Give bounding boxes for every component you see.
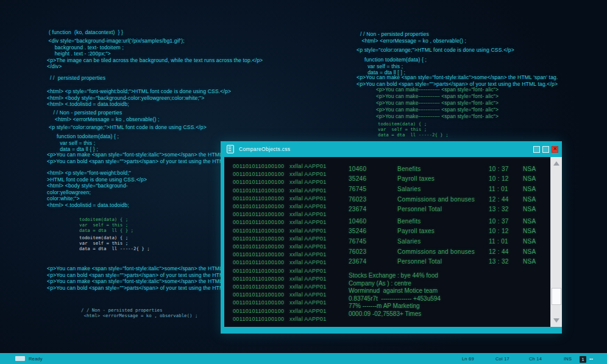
window-titlebar[interactable]: CompareObjects.css ✕ (221, 141, 562, 157)
status-dots-icon: •• (589, 356, 593, 362)
finance-row: 10460Benefits10 : 37NSA (349, 164, 548, 174)
status-column-number: Col 17 (495, 356, 509, 362)
finance-amount: 10460 (349, 166, 397, 172)
finance-row: 76023Commissions and bonuses12 : 44NSA (349, 247, 548, 257)
code-block: <p>You can make------------ <span style=… (376, 86, 499, 120)
binary-row: 0011010110100100 xxllal AAPP01 (233, 163, 326, 170)
finance-amount: 76023 (349, 196, 397, 203)
terminal-content: 0011010110100100 xxllal AAPP010011010110… (224, 157, 550, 327)
finance-time: 10 : 12 (489, 175, 523, 182)
minimize-button[interactable] (533, 146, 540, 153)
finance-group: 10460Benefits10 : 37NSA35246Payroll taxe… (349, 216, 548, 267)
code-block: todoitem(data) { ; var self = this ; dat… (378, 121, 449, 138)
window-controls: ✕ (533, 146, 558, 153)
binary-row: 0011010110100100 xxllal AAPP01 (233, 267, 326, 275)
scroll-down-icon[interactable] (553, 318, 559, 323)
binary-row: 0011010110100100 xxllal AAPP01 (233, 195, 326, 203)
finance-label: Payroll taxes (397, 228, 489, 234)
stocks-line: Stocks Exchange : bye 44% food (349, 272, 441, 280)
binary-row: 0011010110100100 xxllal AAPP01 (233, 219, 326, 226)
finance-amount: 35246 (349, 175, 397, 182)
finance-time: 11 : 01 (489, 238, 523, 245)
finance-group: 10460Benefits10 : 37NSA35246Payroll taxe… (349, 164, 548, 214)
close-button[interactable]: ✕ (552, 146, 558, 153)
finance-time: 13 : 32 (489, 258, 523, 265)
finance-amount: 10460 (349, 218, 397, 225)
finance-row: 76745Salaries11 : 01NSA (349, 236, 548, 247)
code-block: function todoitem(data) { ; var self = t… (361, 57, 427, 76)
code-block: todoitem(data) { ; var self = this ; dat… (79, 217, 133, 234)
finance-time: 10 : 37 (489, 166, 523, 172)
finance-agency: NSA (523, 196, 548, 203)
finance-time: 13 : 32 (489, 206, 523, 212)
finance-time: 12 : 44 (489, 248, 523, 255)
finance-time: 10 : 37 (489, 218, 523, 225)
stocks-line: Company (As ) : centre (349, 280, 441, 288)
finance-agency: NSA (523, 175, 548, 182)
code-block: / / Non - persisted properties <html> <e… (360, 31, 466, 44)
notification-badge[interactable]: 1 (580, 356, 586, 363)
binary-row: 0011010110100100 xxllal AAPP01 (233, 227, 326, 235)
code-block: ( function (ko, datacontext) } } (49, 29, 123, 36)
binary-row: 0011010110100100 xxllal AAPP01 (233, 307, 326, 315)
maximize-button[interactable] (542, 146, 549, 153)
status-char-number: Ch 14 (529, 356, 542, 362)
window-title: CompareObjects.css (239, 146, 290, 152)
finance-row: 23674Personnel Total13 : 32NSA (349, 256, 548, 267)
binary-row: 0011010110100100 xxllal AAPP01 (233, 259, 326, 267)
finance-label: Commissions and bonuses (397, 248, 489, 255)
finance-agency: NSA (523, 166, 548, 172)
code-block: <p>You can make <span style="font-style:… (357, 74, 558, 87)
status-line-number: Ln 69 (462, 356, 474, 362)
binary-row: 0011010110100100 xxllal AAPP01 (233, 299, 326, 307)
code-block: <p>You can make <span style="font-style:… (47, 265, 238, 291)
scrollbar[interactable] (550, 157, 562, 327)
finance-label: Benefits (397, 166, 489, 172)
code-block: <p style="color:orange;">HTML font code … (49, 124, 207, 131)
finance-agency: NSA (523, 186, 548, 192)
scroll-up-icon[interactable] (553, 161, 559, 166)
finance-label: Commissions and bonuses (397, 196, 489, 203)
binary-row: 0011010110100100 xxllal AAPP01 (233, 315, 326, 323)
finance-time: 11 : 01 (489, 186, 523, 192)
finance-amount: 76745 (349, 186, 397, 192)
ready-indicator (15, 356, 25, 361)
stocks-line: Worminnud against Motice team (349, 287, 441, 295)
finance-amount: 23674 (349, 258, 397, 265)
finance-agency: NSA (523, 206, 548, 212)
finance-time: 10 : 12 (489, 228, 523, 234)
finance-label: Personnel Total (397, 206, 489, 212)
finance-overlay: 10460Benefits10 : 37NSA35246Payroll taxe… (349, 164, 548, 268)
binary-row: 0011010110100100 xxllal AAPP01 (233, 235, 326, 243)
finance-amount: 76023 (349, 248, 397, 255)
binary-row: 0011010110100100 xxllal AAPP01 (233, 291, 326, 299)
binary-row: 0011010110100100 xxllal AAPP01 (233, 275, 326, 283)
window-body: 0011010110100100 xxllal AAPP010011010110… (224, 157, 562, 327)
finance-row: 23674Personnel Total13 : 32NSA (349, 204, 548, 214)
code-block: / / Non - persisted properties <html> <e… (81, 307, 197, 318)
code-block: / / persisted properties (50, 75, 105, 82)
binary-row: 0011010110100100 xxllal AAPP01 (233, 170, 326, 178)
desktop: ( function (ko, datacontext) } } <div st… (0, 0, 607, 364)
finance-amount: 35246 (349, 228, 397, 234)
code-block: function todoitem(data) { ; var self = t… (54, 133, 119, 153)
finance-agency: NSA (523, 238, 548, 245)
finance-label: Benefits (397, 218, 489, 225)
document-icon (227, 145, 234, 153)
binary-row: 0011010110100100 xxllal AAPP01 (233, 251, 326, 259)
finance-row: 35246Payroll taxes10 : 12NSA (349, 174, 548, 184)
binary-row: 0011010110100100 xxllal AAPP01 (233, 283, 326, 291)
finance-row: 10460Benefits10 : 37NSA (349, 216, 548, 226)
finance-amount: 76745 (349, 238, 397, 245)
code-block: <p style="color:orange;">HTML font code … (357, 47, 514, 54)
code-block: <html> <p style="font-weight:bold;" >HTM… (47, 170, 147, 209)
code-block: <p>You can make <span style="font-style:… (47, 152, 238, 164)
code-block: <div style="background-image:url('/pix/s… (47, 38, 263, 70)
binary-row: 0011010110100100 xxllal AAPP01 (233, 187, 326, 195)
binary-row: 0011010110100100 xxllal AAPP01 (233, 178, 326, 186)
scrollbar-thumb[interactable] (552, 288, 561, 305)
status-insert-mode: INS (564, 356, 572, 362)
finance-time: 12 : 44 (489, 196, 523, 203)
binary-column: 0011010110100100 xxllal AAPP010011010110… (233, 163, 326, 323)
finance-amount: 23674 (349, 206, 397, 212)
